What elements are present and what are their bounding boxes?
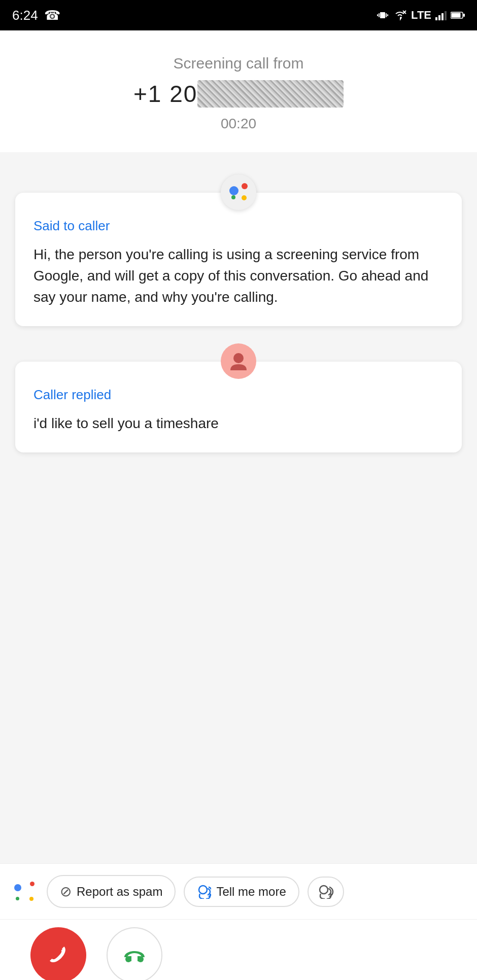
phone-number-visible: +1 20 xyxy=(133,81,197,107)
svg-rect-0 xyxy=(380,12,385,18)
svg-rect-19 xyxy=(128,956,131,961)
phone-number-blurred: 7-374-46-07 xyxy=(197,80,344,108)
said-to-caller-label: Said to caller xyxy=(33,218,444,234)
battery-icon xyxy=(451,11,465,19)
accept-call-icon xyxy=(121,942,148,968)
caller-message: i'd like to sell you a timeshare xyxy=(33,413,444,434)
svg-point-16 xyxy=(320,886,328,894)
third-action-icon xyxy=(318,885,334,899)
phone-number: +1 207-374-46-07 xyxy=(20,80,457,108)
svg-rect-4 xyxy=(387,14,388,16)
tell-more-label: Tell me more xyxy=(216,885,286,899)
mini-dot-blue xyxy=(14,884,21,891)
spam-icon: ⊘ xyxy=(60,883,72,900)
svg-rect-3 xyxy=(377,14,378,16)
svg-rect-10 xyxy=(445,11,447,20)
dot-blue xyxy=(229,186,238,195)
svg-rect-1 xyxy=(379,13,380,17)
report-spam-label: Report as spam xyxy=(77,885,162,899)
caller-avatar xyxy=(221,343,256,379)
vibrate-icon xyxy=(377,9,389,21)
tell-more-icon xyxy=(197,885,211,899)
status-left: 6:24 ☎ xyxy=(12,8,60,23)
dot-green xyxy=(231,195,235,199)
svg-rect-9 xyxy=(441,13,444,20)
action-buttons-area: ⊘ Report as spam Tell me more xyxy=(0,863,477,919)
lte-text: LTE xyxy=(411,9,431,22)
assistant-card: Said to caller Hi, the person you're cal… xyxy=(15,193,462,326)
accept-call-button[interactable] xyxy=(107,927,162,981)
svg-rect-13 xyxy=(463,14,465,17)
call-timer: 00:20 xyxy=(20,116,457,132)
svg-rect-20 xyxy=(138,956,141,961)
status-right: LTE xyxy=(377,9,465,22)
wifi-icon xyxy=(393,10,407,21)
svg-point-14 xyxy=(233,353,244,363)
report-spam-button[interactable]: ⊘ Report as spam xyxy=(47,875,176,908)
time-display: 6:24 xyxy=(12,8,38,23)
main-content: Screening call from +1 207-374-46-07 00:… xyxy=(0,30,477,863)
mini-dot-green xyxy=(16,897,19,900)
assistant-card-wrapper: Said to caller Hi, the person you're cal… xyxy=(15,193,462,326)
svg-rect-12 xyxy=(452,13,461,18)
call-controls xyxy=(0,919,477,980)
tell-me-more-button[interactable]: Tell me more xyxy=(184,877,299,907)
mini-google-dots-icon xyxy=(14,881,35,902)
dot-yellow xyxy=(242,195,247,200)
person-icon xyxy=(228,351,249,371)
end-call-button[interactable] xyxy=(30,927,86,981)
status-bar: 6:24 ☎ LTE xyxy=(0,0,477,30)
signal-icon xyxy=(435,10,447,20)
svg-rect-2 xyxy=(386,13,387,17)
phone-status-icon: ☎ xyxy=(44,8,60,23)
dot-red xyxy=(242,183,248,189)
caller-replied-label: Caller replied xyxy=(33,387,444,403)
mini-dot-yellow xyxy=(29,897,33,901)
google-assistant-avatar xyxy=(221,174,256,210)
mini-dot-red xyxy=(30,882,35,886)
svg-rect-8 xyxy=(438,15,440,20)
third-action-button[interactable] xyxy=(308,877,344,907)
caller-card-wrapper: Caller replied i'd like to sell you a ti… xyxy=(15,362,462,452)
conversation-area: Said to caller Hi, the person you're cal… xyxy=(0,152,477,468)
google-dots-icon xyxy=(228,182,249,202)
svg-rect-7 xyxy=(435,17,437,20)
end-call-icon xyxy=(45,942,72,968)
assistant-message: Hi, the person you're calling is using a… xyxy=(33,244,444,308)
header-section: Screening call from +1 207-374-46-07 00:… xyxy=(0,30,477,152)
google-assistant-small xyxy=(10,878,39,906)
svg-point-15 xyxy=(199,886,207,894)
screening-label: Screening call from xyxy=(20,55,457,72)
